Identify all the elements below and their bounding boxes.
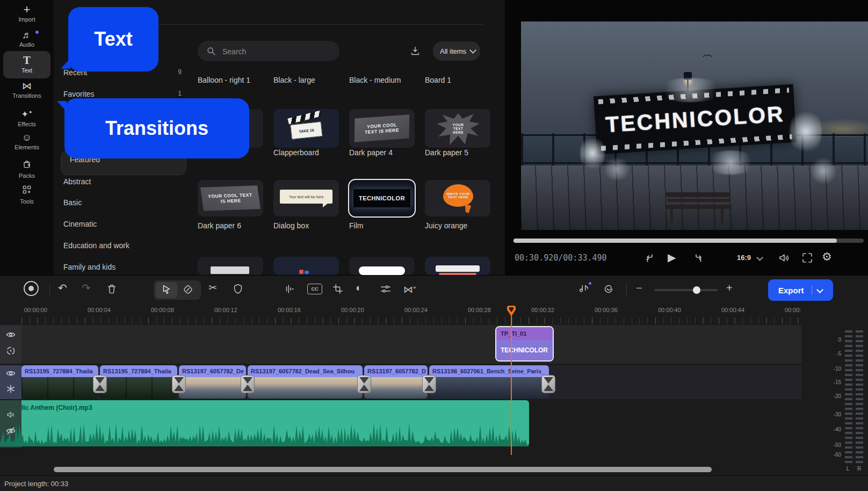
- template-card-film[interactable]: TECHNICOLOR: [349, 180, 415, 216]
- video-clip[interactable]: RS13198_6027061_Bench_Seine_Paris_: [429, 365, 549, 399]
- video-clip-thumbnail: [364, 377, 428, 399]
- text-track: TP_TI_01 TECHNICOLOR: [0, 325, 801, 364]
- sidebar-item-tools[interactable]: Tools: [0, 184, 54, 205]
- template-label: Juicy orange: [425, 221, 496, 230]
- category-education[interactable]: Education and work: [63, 241, 187, 252]
- undo-icon[interactable]: ↶: [58, 283, 67, 293]
- record-icon[interactable]: [24, 281, 39, 296]
- template-preview-text: YOUR TEXT HERE: [449, 123, 467, 134]
- settings-gear-icon[interactable]: ⚙: [822, 250, 832, 263]
- transition-badge[interactable]: [241, 375, 255, 393]
- video-clip[interactable]: RS13197_6057782_D: [364, 365, 428, 399]
- video-clip-thumbnail: [100, 377, 177, 399]
- transition-badge[interactable]: [541, 375, 555, 393]
- transition-badge[interactable]: [422, 375, 436, 393]
- sidebar-item-label: Packs: [0, 172, 54, 179]
- link-icon[interactable]: [6, 346, 16, 358]
- meter-column-left: [845, 330, 852, 465]
- template-card-clapperboard[interactable]: TAKE 16: [273, 109, 339, 148]
- transition-badge[interactable]: [357, 375, 371, 393]
- fullscreen-icon[interactable]: [801, 251, 814, 266]
- sidebar-item-label: Text: [0, 67, 54, 74]
- template-card-juicy-orange[interactable]: WRITE YOUR TEXT HERE: [425, 180, 490, 216]
- audio-meters: 0 -5 -10 -15 -20 -30 -40 -50 -60 L R: [825, 323, 868, 479]
- audio-normalize-icon[interactable]: [578, 283, 590, 297]
- crop-icon[interactable]: [332, 283, 344, 297]
- video-clip-name: RS13195_727884_Thaila: [100, 365, 177, 377]
- sidebar-item-transitions[interactable]: ⋈ Transitions: [0, 81, 54, 99]
- timeline-scrollbar[interactable]: [54, 467, 712, 472]
- meter-scale-label: -30: [825, 411, 841, 417]
- download-icon[interactable]: [409, 45, 421, 59]
- add-transition-icon[interactable]: ⋈+: [403, 283, 416, 295]
- template-label[interactable]: Board 1: [425, 76, 496, 84]
- sidebar-item-effects[interactable]: ✦✦ Effects: [0, 107, 54, 127]
- template-card-partial[interactable]: [349, 257, 415, 275]
- meter-scale-label: 0: [825, 337, 841, 343]
- video-clip[interactable]: RS13195_727884_Thaila: [100, 365, 177, 399]
- template-card-partial[interactable]: [425, 257, 490, 275]
- eye-icon[interactable]: [6, 370, 16, 379]
- zoom-slider-thumb[interactable]: [693, 286, 700, 294]
- all-items-dropdown[interactable]: All items: [433, 41, 480, 61]
- sidebar-item-audio[interactable]: ♬ Audio: [0, 30, 54, 48]
- sidebar-item-label: Effects: [0, 121, 54, 127]
- aspect-ratio-dropdown[interactable]: 16:9: [737, 254, 762, 262]
- video-clip-name: RS13197_6057782_De: [179, 365, 246, 377]
- audio-clip[interactable]: Angelic Anthem (Choir).mp3: [0, 400, 529, 446]
- redo-icon[interactable]: ↷: [82, 283, 91, 293]
- zoom-out-icon[interactable]: −: [636, 283, 642, 293]
- contrast-icon[interactable]: ◐: [356, 283, 361, 293]
- sidebar-item-elements[interactable]: ☺ Elements: [0, 132, 54, 150]
- previous-frame-icon[interactable]: [643, 251, 656, 266]
- next-frame-icon[interactable]: [692, 251, 705, 266]
- sidebar-item-import[interactable]: + Import: [0, 4, 54, 23]
- template-label[interactable]: Balloon - right 1: [198, 76, 269, 84]
- volume-icon[interactable]: [778, 251, 791, 266]
- preview-seekbar[interactable]: [513, 239, 864, 243]
- transition-badge[interactable]: [93, 375, 107, 393]
- preview-title-text: TECHNICOLOR: [605, 101, 785, 137]
- eye-icon[interactable]: [6, 331, 16, 341]
- timeline-ruler[interactable]: 00:00:0000:00:0400:00:0800:00:1200:00:16…: [0, 305, 801, 325]
- captions-icon[interactable]: CC: [307, 284, 322, 294]
- search-bar[interactable]: [198, 41, 339, 61]
- timeline-zoom-slider[interactable]: [654, 289, 718, 291]
- sidebar-item-packs[interactable]: Packs: [0, 158, 54, 179]
- slip-tool-icon[interactable]: [182, 284, 194, 298]
- template-card-dark-paper-5[interactable]: YOUR TEXT HERE: [425, 109, 490, 148]
- audio-levels-icon[interactable]: [284, 283, 295, 297]
- zoom-in-icon[interactable]: +: [726, 283, 733, 293]
- template-card-dark-paper-6[interactable]: YOUR COOL TEXT IS HERE: [198, 180, 263, 216]
- color-swirl-icon[interactable]: [603, 283, 614, 297]
- template-preview-text: Your text will be here: [289, 195, 324, 199]
- video-clip[interactable]: RS13197_6057782_De: [179, 365, 246, 399]
- shield-icon[interactable]: [232, 283, 244, 297]
- category-family[interactable]: Family and kids: [63, 263, 187, 273]
- template-card-partial[interactable]: [198, 257, 263, 275]
- category-basic[interactable]: Basic: [63, 198, 187, 209]
- split-scissors-icon[interactable]: ✂: [208, 283, 217, 293]
- transition-badge[interactable]: [172, 375, 186, 393]
- adjustments-icon[interactable]: [380, 283, 392, 297]
- timeline-text-clip[interactable]: TP_TI_01 TECHNICOLOR: [495, 326, 554, 362]
- video-clip[interactable]: RS13195_727884_Thaila: [21, 365, 98, 399]
- template-card-partial[interactable]: [273, 257, 339, 275]
- template-label[interactable]: Black - large: [273, 76, 344, 84]
- bench-back: [666, 192, 730, 197]
- template-card-dialog-box[interactable]: Your text will be here: [273, 180, 339, 216]
- export-button[interactable]: Export: [768, 279, 833, 301]
- meter-column-right: [856, 330, 863, 465]
- template-label[interactable]: Black - medium: [349, 76, 420, 84]
- video-clip[interactable]: RS13197_6057782_Dead_Sea_Silhou: [248, 365, 363, 399]
- search-input[interactable]: [221, 45, 331, 58]
- category-cinematic[interactable]: Cinematic: [63, 220, 187, 230]
- play-icon[interactable]: ▶: [668, 251, 676, 264]
- template-card-dark-paper-4[interactable]: YOUR COOL TEXT IS HERE: [349, 109, 415, 148]
- category-abstract[interactable]: Abstract: [63, 177, 187, 188]
- pointer-tool-icon[interactable]: [161, 284, 172, 298]
- trash-icon[interactable]: [106, 283, 118, 297]
- smiley-icon: ☺: [0, 132, 54, 143]
- sidebar-item-text[interactable]: T Text: [0, 55, 54, 74]
- snowflake-icon[interactable]: [6, 385, 15, 395]
